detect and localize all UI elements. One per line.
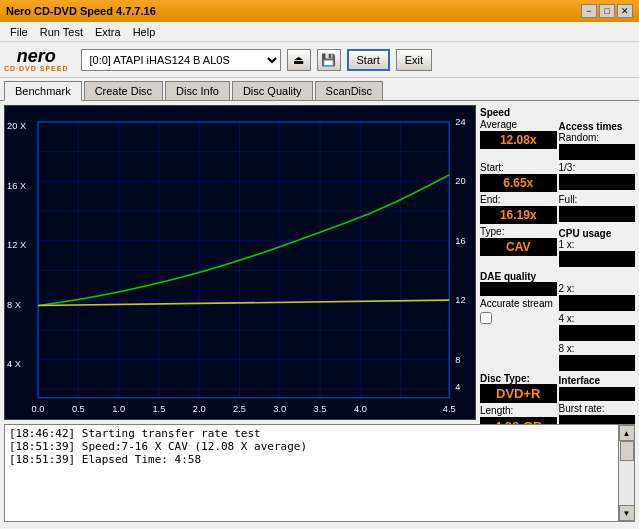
accurate-stream-area: Accurate stream [480, 298, 557, 326]
cpu8x-value [559, 355, 636, 371]
svg-text:0.5: 0.5 [72, 402, 85, 413]
nero-logo: nero [17, 47, 56, 65]
middle-section: 20 X 16 X 12 X 8 X 4 X [0, 101, 639, 424]
svg-text:3.5: 3.5 [314, 402, 327, 413]
svg-text:8 X: 8 X [7, 298, 22, 309]
accurate-stream-checkbox[interactable] [480, 312, 492, 324]
svg-rect-0 [5, 106, 475, 419]
cpu2x-label: 2 x: [559, 283, 636, 294]
window-controls: − □ ✕ [581, 4, 633, 18]
speed-section-title: Speed [480, 107, 635, 118]
scroll-track [619, 441, 635, 505]
disc-length-label: Length: [480, 405, 557, 416]
dae-bar [480, 282, 557, 296]
access-times-col: Access times Random: [559, 119, 636, 160]
eject-icon-button[interactable]: ⏏ [287, 49, 311, 71]
tabs-bar: Benchmark Create Disc Disc Info Disc Qua… [0, 78, 639, 101]
random-label: Random: [559, 132, 636, 143]
average-label: Average [480, 119, 557, 130]
disc-type-label: Disc Type: [480, 373, 557, 384]
svg-text:12: 12 [455, 294, 465, 305]
menu-file[interactable]: File [4, 25, 34, 39]
one-third-value [559, 174, 636, 190]
menu-extra[interactable]: Extra [89, 25, 127, 39]
interface-section-title: Interface [559, 375, 636, 386]
svg-text:16: 16 [455, 235, 465, 246]
svg-text:0.0: 0.0 [32, 402, 45, 413]
tab-create-disc[interactable]: Create Disc [84, 81, 163, 100]
log-line-2: [18:51:39] Elapsed Time: 4:58 [9, 453, 614, 466]
start-value: 6.65x [480, 174, 557, 192]
close-button[interactable]: ✕ [617, 4, 633, 18]
svg-text:3.0: 3.0 [273, 402, 286, 413]
exit-button[interactable]: Exit [396, 49, 432, 71]
cpu4x-label: 4 x: [559, 313, 636, 324]
svg-text:4 X: 4 X [7, 358, 22, 369]
type-col: Type: CAV [480, 226, 557, 267]
log-line-0: [18:46:42] Starting transfer rate test [9, 427, 614, 440]
accurate-stream-label: Accurate stream [480, 298, 557, 309]
cpu-section-title: CPU usage [559, 228, 636, 239]
svg-text:4: 4 [455, 381, 460, 392]
full-col: Full: [559, 194, 636, 224]
minimize-button[interactable]: − [581, 4, 597, 18]
svg-text:20 X: 20 X [7, 120, 27, 131]
end-value: 16.19x [480, 206, 557, 224]
full-label: Full: [559, 194, 636, 205]
tab-benchmark[interactable]: Benchmark [4, 81, 82, 101]
cpu4x-value [559, 325, 636, 341]
tab-scan-disc[interactable]: ScanDisc [315, 81, 383, 100]
log-content: [18:46:42] Starting transfer rate test [… [5, 425, 618, 521]
access-times-title: Access times [559, 121, 636, 132]
svg-text:2.5: 2.5 [233, 402, 246, 413]
chart-svg: 20 X 16 X 12 X 8 X 4 X [5, 106, 475, 419]
cpu8x-label: 8 x: [559, 343, 636, 354]
random-value [559, 144, 636, 160]
svg-text:1.0: 1.0 [112, 402, 125, 413]
burst-rate-label: Burst rate: [559, 403, 636, 414]
end-col: End: 16.19x [480, 194, 557, 224]
cpu1x-value [559, 251, 636, 267]
title-bar: Nero CD-DVD Speed 4.7.7.16 − □ ✕ [0, 0, 639, 22]
cpu-right-col: 2 x: 4 x: 8 x: [559, 269, 636, 371]
tab-disc-info[interactable]: Disc Info [165, 81, 230, 100]
dae-section-title: DAE quality [480, 271, 557, 282]
average-value: 12.08x [480, 131, 557, 149]
log-scrollbar: ▲ ▼ [618, 425, 634, 521]
log-line-1: [18:51:39] Speed:7-16 X CAV (12.08 X ave… [9, 440, 614, 453]
chart-area: 20 X 16 X 12 X 8 X 4 X [4, 105, 476, 420]
cpu1x-label: 1 x: [559, 239, 636, 250]
svg-text:20: 20 [455, 175, 465, 186]
maximize-button[interactable]: □ [599, 4, 615, 18]
type-label: Type: [480, 226, 557, 237]
svg-text:24: 24 [455, 116, 465, 127]
svg-text:12 X: 12 X [7, 239, 27, 250]
disc-type-value: DVD+R [480, 384, 557, 403]
start-label: Start: [480, 162, 557, 173]
log-area: [18:46:42] Starting transfer rate test [… [4, 424, 635, 522]
one-third-label: 1/3: [559, 162, 636, 173]
cpu2x-value [559, 295, 636, 311]
drive-selector[interactable]: [0:0] ATAPI iHAS124 B AL0S [81, 49, 281, 71]
scroll-up-button[interactable]: ▲ [619, 425, 635, 441]
svg-text:8: 8 [455, 354, 460, 365]
toolbar: nero CD·DVD SPEED [0:0] ATAPI iHAS124 B … [0, 42, 639, 78]
save-icon-button[interactable]: 💾 [317, 49, 341, 71]
menu-help[interactable]: Help [127, 25, 162, 39]
content-wrapper: 20 X 16 X 12 X 8 X 4 X [0, 101, 639, 526]
svg-text:4.0: 4.0 [354, 402, 367, 413]
start-button[interactable]: Start [347, 49, 390, 71]
interface-bar [559, 387, 636, 401]
scroll-down-button[interactable]: ▼ [619, 505, 635, 521]
bottom-section: [18:46:42] Starting transfer rate test [… [0, 424, 639, 526]
cd-dvd-speed-logo: CD·DVD SPEED [4, 65, 69, 72]
menu-run-test[interactable]: Run Test [34, 25, 89, 39]
right-panel: Speed Average 12.08x Access times Random… [480, 105, 635, 420]
full-value [559, 206, 636, 222]
tab-disc-quality[interactable]: Disc Quality [232, 81, 313, 100]
app-title: Nero CD-DVD Speed 4.7.7.16 [6, 5, 156, 17]
scroll-thumb[interactable] [620, 441, 634, 461]
logo: nero CD·DVD SPEED [4, 47, 69, 72]
svg-text:16 X: 16 X [7, 180, 27, 191]
average-label-col: Average 12.08x [480, 119, 557, 160]
